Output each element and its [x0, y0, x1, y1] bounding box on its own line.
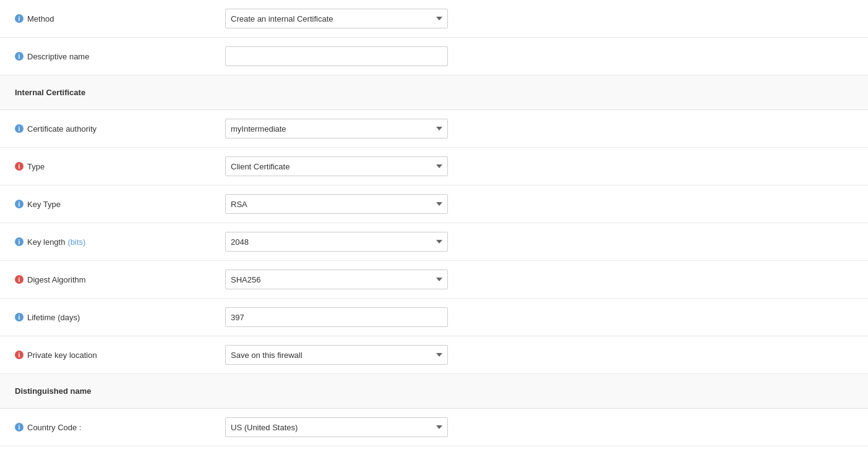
key-type-row: i Key Type RSA [0, 185, 868, 223]
key-type-select[interactable]: RSA [225, 194, 448, 214]
certificate-authority-label-text: Certificate authority [27, 124, 97, 134]
type-label-text: Type [27, 162, 45, 171]
key-length-row: i Key length (bits) 2048 [0, 223, 868, 261]
lifetime-row: i Lifetime (days) [0, 299, 868, 336]
digest-algorithm-label-text: Digest Algorithm [27, 275, 86, 284]
key-type-info-icon[interactable]: i [15, 200, 24, 208]
lifetime-info-icon[interactable]: i [15, 313, 24, 321]
key-length-suffix: (bits) [67, 237, 85, 247]
descriptive-name-input[interactable] [225, 46, 448, 66]
key-type-label-text: Key Type [27, 200, 61, 209]
type-label: i Type [15, 162, 225, 171]
certificate-authority-select[interactable]: myIntermediate [225, 119, 448, 138]
form-container: i Method Create an internal Certificate … [0, 0, 868, 455]
method-label-text: Method [27, 14, 54, 23]
key-length-label: i Key length (bits) [15, 237, 225, 247]
key-type-label: i Key Type [15, 200, 225, 209]
country-code-row: i Country Code : US (United States) [0, 409, 868, 446]
country-code-control: US (United States) [225, 417, 448, 437]
method-control: Create an internal Certificate [225, 9, 448, 28]
private-key-location-row: i Private key location Save on this fire… [0, 336, 868, 374]
type-select[interactable]: Client Certificate [225, 156, 448, 176]
digest-algorithm-row: i Digest Algorithm SHA256 [0, 261, 868, 299]
private-key-location-label: i Private key location [15, 351, 225, 360]
method-select[interactable]: Create an internal Certificate [225, 9, 448, 28]
method-row: i Method Create an internal Certificate [0, 0, 868, 38]
descriptive-name-label-text: Descriptive name [27, 52, 89, 61]
internal-certificate-section: Internal Certificate [0, 75, 868, 110]
digest-algorithm-select[interactable]: SHA256 [225, 270, 448, 289]
descriptive-name-info-icon[interactable]: i [15, 52, 24, 61]
country-code-info-icon[interactable]: i [15, 423, 24, 432]
private-key-location-label-text: Private key location [27, 351, 97, 360]
certificate-authority-control: myIntermediate [225, 119, 448, 138]
lifetime-control [225, 307, 448, 327]
type-info-icon[interactable]: i [15, 162, 24, 171]
private-key-location-control: Save on this firewall [225, 345, 448, 365]
type-row: i Type Client Certificate [0, 148, 868, 185]
state-province-row: i State or Province : [0, 446, 868, 455]
key-length-control: 2048 [225, 232, 448, 252]
descriptive-name-control [225, 46, 448, 66]
certificate-authority-info-icon[interactable]: i [15, 124, 24, 133]
certificate-authority-label: i Certificate authority [15, 124, 225, 134]
private-key-location-select[interactable]: Save on this firewall [225, 345, 448, 365]
country-code-label-text: Country Code : [27, 423, 81, 432]
key-length-select[interactable]: 2048 [225, 232, 448, 252]
certificate-authority-row: i Certificate authority myIntermediate [0, 110, 868, 148]
type-control: Client Certificate [225, 156, 448, 176]
digest-algorithm-label: i Digest Algorithm [15, 275, 225, 284]
digest-algorithm-control: SHA256 [225, 270, 448, 289]
key-length-info-icon[interactable]: i [15, 237, 24, 246]
lifetime-label: i Lifetime (days) [15, 313, 225, 322]
method-info-icon[interactable]: i [15, 14, 24, 23]
private-key-location-info-icon[interactable]: i [15, 351, 24, 359]
descriptive-name-row: i Descriptive name [0, 38, 868, 75]
digest-algorithm-info-icon[interactable]: i [15, 275, 24, 284]
method-label: i Method [15, 14, 225, 23]
country-code-select[interactable]: US (United States) [225, 417, 448, 437]
internal-certificate-section-label: Internal Certificate [15, 88, 85, 97]
key-type-control: RSA [225, 194, 448, 214]
distinguished-name-section-label: Distinguished name [15, 386, 92, 396]
lifetime-label-text: Lifetime (days) [27, 313, 80, 322]
distinguished-name-section: Distinguished name [0, 374, 868, 409]
key-length-label-text: Key length [27, 237, 65, 247]
country-code-label: i Country Code : [15, 423, 225, 432]
descriptive-name-label: i Descriptive name [15, 52, 225, 61]
lifetime-input[interactable] [225, 307, 448, 327]
